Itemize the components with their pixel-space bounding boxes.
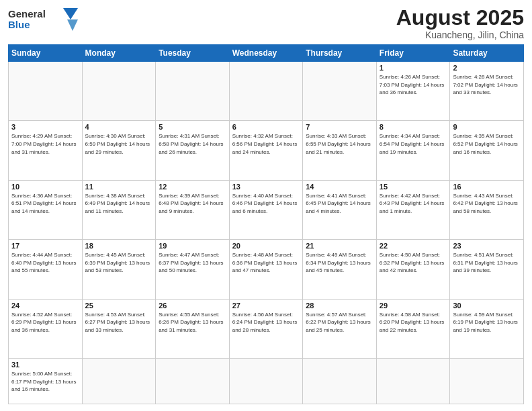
calendar-cell: 26Sunrise: 4:55 AM Sunset: 6:26 PM Dayli…: [156, 299, 230, 358]
day-info: Sunrise: 4:52 AM Sunset: 6:29 PM Dayligh…: [11, 311, 79, 334]
calendar-cell: [9, 62, 83, 121]
day-info: Sunrise: 4:51 AM Sunset: 6:31 PM Dayligh…: [453, 251, 521, 275]
day-number: 6: [232, 123, 300, 131]
day-number: 18: [85, 242, 153, 250]
day-info: Sunrise: 4:41 AM Sunset: 6:45 PM Dayligh…: [306, 192, 373, 216]
calendar-cell: 31Sunrise: 5:00 AM Sunset: 6:17 PM Dayli…: [9, 358, 83, 404]
calendar-cell: 6Sunrise: 4:32 AM Sunset: 6:56 PM Daylig…: [229, 121, 303, 180]
day-info: Sunrise: 4:44 AM Sunset: 6:40 PM Dayligh…: [11, 251, 79, 275]
calendar-cell: 5Sunrise: 4:31 AM Sunset: 6:58 PM Daylig…: [156, 121, 230, 180]
weekday-header-row: SundayMondayTuesdayWednesdayThursdayFrid…: [9, 45, 524, 62]
calendar-cell: [229, 358, 303, 404]
day-number: 19: [159, 242, 226, 250]
day-info: Sunrise: 4:29 AM Sunset: 7:00 PM Dayligh…: [11, 132, 79, 156]
weekday-header-tuesday: Tuesday: [156, 45, 230, 62]
day-info: Sunrise: 4:47 AM Sunset: 6:37 PM Dayligh…: [159, 251, 226, 275]
day-number: 10: [11, 183, 79, 191]
day-info: Sunrise: 4:30 AM Sunset: 6:59 PM Dayligh…: [85, 132, 153, 156]
calendar-cell: [303, 358, 377, 404]
day-info: Sunrise: 4:59 AM Sunset: 6:19 PM Dayligh…: [453, 311, 521, 334]
calendar-cell: 18Sunrise: 4:45 AM Sunset: 6:39 PM Dayli…: [82, 240, 156, 299]
calendar-cell: [376, 358, 450, 404]
day-info: Sunrise: 4:28 AM Sunset: 7:02 PM Dayligh…: [453, 73, 521, 97]
day-info: Sunrise: 4:48 AM Sunset: 6:36 PM Dayligh…: [232, 251, 300, 275]
day-number: 20: [232, 242, 300, 250]
day-info: Sunrise: 4:55 AM Sunset: 6:26 PM Dayligh…: [159, 311, 226, 334]
day-info: Sunrise: 4:57 AM Sunset: 6:22 PM Dayligh…: [306, 311, 373, 334]
title-block: August 2025 Kuancheng, Jilin, China: [396, 7, 524, 40]
page: GeneralBlue August 2025 Kuancheng, Jilin…: [0, 0, 532, 411]
calendar-cell: [82, 358, 156, 404]
logo-blue-text: Blue: [8, 19, 46, 31]
calendar-cell: 30Sunrise: 4:59 AM Sunset: 6:19 PM Dayli…: [450, 299, 524, 358]
calendar-cell: 2Sunrise: 4:28 AM Sunset: 7:02 PM Daylig…: [450, 62, 524, 121]
day-number: 13: [232, 183, 300, 191]
day-number: 21: [306, 242, 373, 250]
day-info: Sunrise: 4:35 AM Sunset: 6:52 PM Dayligh…: [453, 132, 521, 156]
calendar-cell: 7Sunrise: 4:33 AM Sunset: 6:55 PM Daylig…: [303, 121, 377, 180]
day-number: 23: [453, 242, 521, 250]
day-number: 25: [85, 302, 153, 310]
day-number: 17: [11, 242, 79, 250]
day-info: Sunrise: 4:40 AM Sunset: 6:46 PM Dayligh…: [232, 192, 300, 216]
day-info: Sunrise: 4:26 AM Sunset: 7:03 PM Dayligh…: [380, 73, 447, 97]
day-info: Sunrise: 4:58 AM Sunset: 6:20 PM Dayligh…: [380, 311, 447, 334]
calendar-cell: [156, 62, 230, 121]
calendar-week-row-4: 24Sunrise: 4:52 AM Sunset: 6:29 PM Dayli…: [9, 299, 524, 358]
calendar-cell: 11Sunrise: 4:38 AM Sunset: 6:49 PM Dayli…: [82, 180, 156, 239]
calendar-cell: 14Sunrise: 4:41 AM Sunset: 6:45 PM Dayli…: [303, 180, 377, 239]
weekday-header-thursday: Thursday: [303, 45, 377, 62]
day-number: 1: [380, 64, 447, 72]
day-info: Sunrise: 4:38 AM Sunset: 6:49 PM Dayligh…: [85, 192, 153, 216]
generalblue-logo-icon: [48, 7, 78, 32]
day-number: 2: [453, 64, 521, 72]
calendar-cell: 9Sunrise: 4:35 AM Sunset: 6:52 PM Daylig…: [450, 121, 524, 180]
header: GeneralBlue August 2025 Kuancheng, Jilin…: [8, 7, 524, 40]
day-info: Sunrise: 4:33 AM Sunset: 6:55 PM Dayligh…: [306, 132, 373, 156]
day-number: 29: [380, 302, 447, 310]
day-number: 27: [232, 302, 300, 310]
day-info: Sunrise: 4:43 AM Sunset: 6:42 PM Dayligh…: [453, 192, 521, 216]
day-number: 7: [306, 123, 373, 131]
calendar-cell: 20Sunrise: 4:48 AM Sunset: 6:36 PM Dayli…: [229, 240, 303, 299]
calendar-cell: 23Sunrise: 4:51 AM Sunset: 6:31 PM Dayli…: [450, 240, 524, 299]
calendar-cell: [450, 358, 524, 404]
day-number: 26: [159, 302, 226, 310]
calendar-week-row-1: 3Sunrise: 4:29 AM Sunset: 7:00 PM Daylig…: [9, 121, 524, 180]
weekday-header-friday: Friday: [376, 45, 450, 62]
day-info: Sunrise: 4:56 AM Sunset: 6:24 PM Dayligh…: [232, 311, 300, 334]
logo-general-text: General: [8, 9, 46, 20]
calendar-week-row-5: 31Sunrise: 5:00 AM Sunset: 6:17 PM Dayli…: [9, 358, 524, 404]
day-info: Sunrise: 4:45 AM Sunset: 6:39 PM Dayligh…: [85, 251, 153, 275]
calendar-cell: 28Sunrise: 4:57 AM Sunset: 6:22 PM Dayli…: [303, 299, 377, 358]
day-info: Sunrise: 5:00 AM Sunset: 6:17 PM Dayligh…: [11, 370, 79, 394]
calendar-cell: 1Sunrise: 4:26 AM Sunset: 7:03 PM Daylig…: [376, 62, 450, 121]
month-title: August 2025: [396, 7, 524, 28]
svg-marker-1: [67, 19, 78, 31]
calendar-week-row-0: 1Sunrise: 4:26 AM Sunset: 7:03 PM Daylig…: [9, 62, 524, 121]
calendar-cell: 27Sunrise: 4:56 AM Sunset: 6:24 PM Dayli…: [229, 299, 303, 358]
day-number: 15: [380, 183, 447, 191]
calendar-cell: [156, 358, 230, 404]
weekday-header-sunday: Sunday: [9, 45, 83, 62]
weekday-header-saturday: Saturday: [450, 45, 524, 62]
day-number: 5: [159, 123, 226, 131]
calendar-cell: 19Sunrise: 4:47 AM Sunset: 6:37 PM Dayli…: [156, 240, 230, 299]
day-number: 12: [159, 183, 226, 191]
calendar-cell: 21Sunrise: 4:49 AM Sunset: 6:34 PM Dayli…: [303, 240, 377, 299]
day-info: Sunrise: 4:39 AM Sunset: 6:48 PM Dayligh…: [159, 192, 226, 216]
calendar-cell: 22Sunrise: 4:50 AM Sunset: 6:32 PM Dayli…: [376, 240, 450, 299]
calendar-week-row-2: 10Sunrise: 4:36 AM Sunset: 6:51 PM Dayli…: [9, 180, 524, 239]
calendar-cell: 16Sunrise: 4:43 AM Sunset: 6:42 PM Dayli…: [450, 180, 524, 239]
day-number: 30: [453, 302, 521, 310]
day-number: 9: [453, 123, 521, 131]
day-info: Sunrise: 4:34 AM Sunset: 6:54 PM Dayligh…: [380, 132, 447, 156]
day-info: Sunrise: 4:53 AM Sunset: 6:27 PM Dayligh…: [85, 311, 153, 334]
calendar-cell: 3Sunrise: 4:29 AM Sunset: 7:00 PM Daylig…: [9, 121, 83, 180]
calendar-cell: 29Sunrise: 4:58 AM Sunset: 6:20 PM Dayli…: [376, 299, 450, 358]
day-number: 14: [306, 183, 373, 191]
calendar-cell: 24Sunrise: 4:52 AM Sunset: 6:29 PM Dayli…: [9, 299, 83, 358]
day-info: Sunrise: 4:49 AM Sunset: 6:34 PM Dayligh…: [306, 251, 373, 275]
calendar-cell: [229, 62, 303, 121]
calendar-week-row-3: 17Sunrise: 4:44 AM Sunset: 6:40 PM Dayli…: [9, 240, 524, 299]
